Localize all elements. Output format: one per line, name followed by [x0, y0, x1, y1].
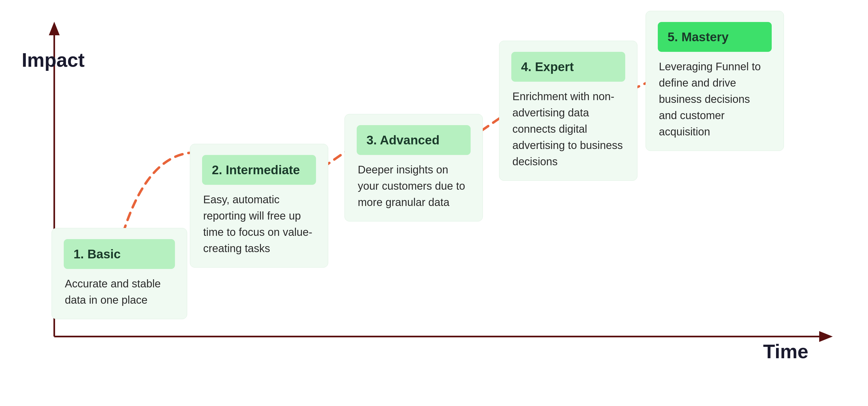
card-expert: 4. Expert Enrichment with non-advertisin…: [499, 41, 638, 181]
card-intermediate: 2. Intermediate Easy, automatic reportin…: [190, 144, 328, 268]
card-mastery: 5. Mastery Leveraging Funnel to define a…: [646, 11, 784, 151]
card-intermediate-body: Easy, automatic reporting will free up t…: [202, 191, 316, 257]
card-basic-body: Accurate and stable data in one place: [64, 276, 175, 308]
card-mastery-body: Leveraging Funnel to define and drive bu…: [658, 58, 772, 140]
card-advanced-header: 3. Advanced: [357, 125, 471, 155]
chart-container: Impact Time 1. Basic Accurate and stable…: [0, 0, 868, 406]
time-label: Time: [763, 340, 808, 362]
svg-marker-3: [819, 331, 833, 342]
card-basic: 1. Basic Accurate and stable data in one…: [52, 228, 187, 319]
card-intermediate-header: 2. Intermediate: [202, 155, 316, 185]
card-mastery-header: 5. Mastery: [658, 22, 772, 52]
card-advanced-body: Deeper insights on your customers due to…: [357, 162, 471, 210]
impact-label: Impact: [22, 49, 85, 71]
card-expert-header: 4. Expert: [511, 52, 625, 82]
card-advanced: 3. Advanced Deeper insights on your cust…: [344, 114, 483, 222]
card-basic-header: 1. Basic: [64, 239, 175, 269]
card-expert-body: Enrichment with non-advertising data con…: [511, 88, 625, 170]
svg-marker-1: [49, 22, 60, 35]
